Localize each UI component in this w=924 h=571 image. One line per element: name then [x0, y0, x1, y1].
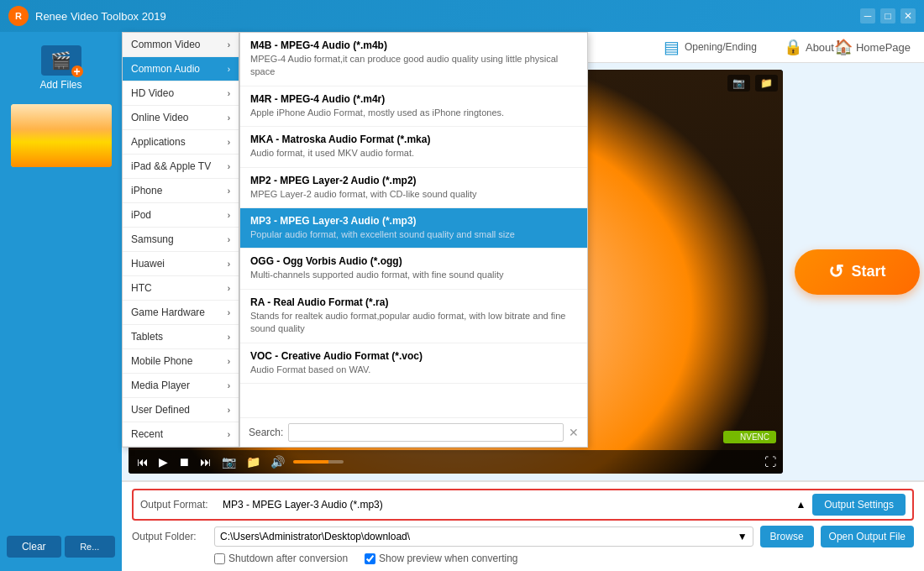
- prev-button[interactable]: ⏮: [135, 453, 150, 470]
- show-preview-checkbox[interactable]: [365, 553, 375, 564]
- shutdown-checkbox-label[interactable]: Shutdown after conversion: [214, 553, 348, 564]
- maximize-button[interactable]: □: [880, 8, 895, 24]
- left-panel: 🎬 Add Files Clear Re...: [0, 32, 122, 571]
- play-control-button[interactable]: ▶: [157, 453, 170, 470]
- folder-button[interactable]: 📁: [755, 75, 778, 92]
- browse-button[interactable]: Browse: [760, 526, 814, 547]
- opening-ending-icon: ▤: [664, 37, 680, 57]
- add-files-label: Add Files: [39, 79, 81, 91]
- arrow-common-video: ›: [228, 40, 230, 50]
- nvenc-icon: ◆: [730, 432, 737, 442]
- search-input[interactable]: [288, 423, 564, 442]
- main-container: 🎬 Add Files Clear Re... Common Video › C…: [0, 32, 924, 571]
- category-game-hardware[interactable]: Game Hardware ›: [123, 301, 239, 325]
- category-huawei[interactable]: Huawei ›: [123, 252, 239, 276]
- dropdown-arrow-icon: ▲: [795, 499, 806, 511]
- nvenc-badge: ◆ NVENC: [723, 431, 776, 443]
- format-item-m4r[interactable]: M4R - MPEG-4 Audio (*.m4r) Apple iPhone …: [240, 86, 587, 127]
- category-online-video[interactable]: Online Video ›: [123, 106, 239, 130]
- volume-button[interactable]: 🔊: [269, 453, 286, 470]
- category-common-video[interactable]: Common Video ›: [123, 33, 239, 57]
- clear-button[interactable]: Clear: [7, 536, 61, 558]
- output-format-row: Output Format: MP3 - MPEG Layer-3 Audio …: [132, 489, 914, 521]
- output-folder-label: Output Folder:: [132, 531, 207, 542]
- folder-dropdown-arrow: ▼: [738, 531, 748, 542]
- category-menu: Common Video › Common Audio › HD Video ›…: [122, 32, 239, 448]
- output-folder-row: Output Folder: C:\Users\Administrator\De…: [132, 526, 914, 547]
- category-user-defined[interactable]: User Defined ›: [123, 398, 239, 422]
- output-format-select[interactable]: MP3 - MPEG Layer-3 Audio (*.mp3) ▲: [223, 499, 806, 511]
- search-label: Search:: [249, 427, 283, 438]
- format-item-voc[interactable]: VOC - Creative Audio Format (*.voc) Audi…: [240, 343, 587, 384]
- format-item-ogg[interactable]: OGG - Ogg Vorbis Audio (*.ogg) Multi-cha…: [240, 249, 587, 289]
- opening-ending-button[interactable]: ▤ Opening/Ending: [664, 37, 757, 57]
- dropdown-overlay: Common Video › Common Audio › HD Video ›…: [122, 32, 588, 448]
- close-button[interactable]: ✕: [900, 8, 916, 24]
- start-button[interactable]: ↺ Start: [795, 249, 920, 295]
- category-htc[interactable]: HTC ›: [123, 276, 239, 301]
- video-top-bar: 📷 📁: [722, 70, 783, 97]
- app-title: Renee Video Toolbox 2019: [35, 10, 860, 23]
- about-button[interactable]: 🔒 About: [784, 38, 834, 56]
- category-ipad-apple-tv[interactable]: iPad && Apple TV ›: [123, 155, 239, 179]
- app-logo: R: [8, 6, 29, 26]
- format-item-mp2[interactable]: MP2 - MPEG Layer-2 Audio (*.mp2) MPEG La…: [240, 168, 587, 208]
- category-hd-video[interactable]: HD Video ›: [123, 81, 239, 106]
- lock-icon: 🔒: [784, 38, 802, 56]
- open-folder-button[interactable]: 📁: [244, 453, 262, 470]
- output-settings-button[interactable]: Output Settings: [812, 494, 906, 516]
- format-item-mka[interactable]: MKA - Matroska Audio Format (*.mka) Audi…: [240, 127, 587, 167]
- start-column: ↺ Start: [790, 63, 924, 480]
- bottom-buttons: Clear Re...: [0, 529, 122, 564]
- show-preview-checkbox-label[interactable]: Show preview when converting: [365, 553, 517, 564]
- start-icon: ↺: [828, 261, 843, 283]
- category-mobile-phone[interactable]: Mobile Phone ›: [123, 349, 239, 374]
- add-files-button[interactable]: 🎬 Add Files: [0, 39, 122, 97]
- checkbox-row: Shutdown after conversion Show preview w…: [214, 553, 914, 564]
- video-thumbnail: [11, 104, 112, 167]
- format-list: M4B - MPEG-4 Audio (*.m4b) MPEG-4 Audio …: [240, 33, 587, 417]
- format-search-bar: Search: ✕: [240, 417, 587, 447]
- camera-capture-button[interactable]: 📷: [727, 75, 750, 92]
- remove-button[interactable]: Re...: [65, 536, 116, 558]
- window-controls: ─ □ ✕: [860, 8, 916, 24]
- homepage-button[interactable]: 🏠 HomePage: [834, 38, 911, 56]
- shutdown-checkbox[interactable]: [214, 553, 225, 564]
- home-icon: 🏠: [834, 38, 853, 56]
- open-output-button[interactable]: Open Output File: [821, 526, 914, 547]
- category-common-audio[interactable]: Common Audio ›: [123, 57, 239, 81]
- output-section: Output Format: MP3 - MPEG Layer-3 Audio …: [122, 480, 924, 571]
- camera-button[interactable]: 📷: [220, 453, 238, 470]
- output-format-label: Output Format:: [140, 499, 216, 511]
- next-button[interactable]: ⏭: [198, 453, 213, 470]
- format-item-mp3[interactable]: MP3 - MPEG Layer-3 Audio (*.mp3) Popular…: [240, 208, 587, 249]
- opening-ending-section: ▤ Opening/Ending: [664, 37, 757, 57]
- category-iphone[interactable]: iPhone ›: [123, 179, 239, 203]
- folder-path-display: C:\Users\Administrator\Desktop\download\…: [214, 526, 753, 547]
- category-recent[interactable]: Recent ›: [123, 422, 239, 447]
- category-applications[interactable]: Applications ›: [123, 130, 239, 155]
- category-ipod[interactable]: iPod ›: [123, 203, 239, 228]
- titlebar: R Renee Video Toolbox 2019 ─ □ ✕: [0, 0, 924, 32]
- fullscreen-button[interactable]: ⛶: [764, 455, 776, 469]
- thumbnail-image: [11, 104, 112, 167]
- category-tablets[interactable]: Tablets ›: [123, 325, 239, 349]
- format-panel: M4B - MPEG-4 Audio (*.m4b) MPEG-4 Audio …: [239, 32, 588, 448]
- format-item-ra[interactable]: RA - Real Audio Format (*.ra) Stands for…: [240, 290, 587, 343]
- volume-slider[interactable]: [293, 460, 344, 464]
- arrow-common-audio: ›: [228, 65, 230, 74]
- minimize-button[interactable]: ─: [860, 8, 875, 24]
- add-files-icon: 🎬: [41, 45, 81, 76]
- category-samsung[interactable]: Samsung ›: [123, 228, 239, 252]
- format-item-m4b[interactable]: M4B - MPEG-4 Audio (*.m4b) MPEG-4 Audio …: [240, 33, 587, 86]
- category-media-player[interactable]: Media Player ›: [123, 374, 239, 398]
- stop-button[interactable]: ⏹: [176, 453, 192, 470]
- search-clear-button[interactable]: ✕: [569, 426, 579, 439]
- video-controls: ⏮ ▶ ⏹ ⏭ 📷 📁 🔊 ⛶: [129, 450, 783, 474]
